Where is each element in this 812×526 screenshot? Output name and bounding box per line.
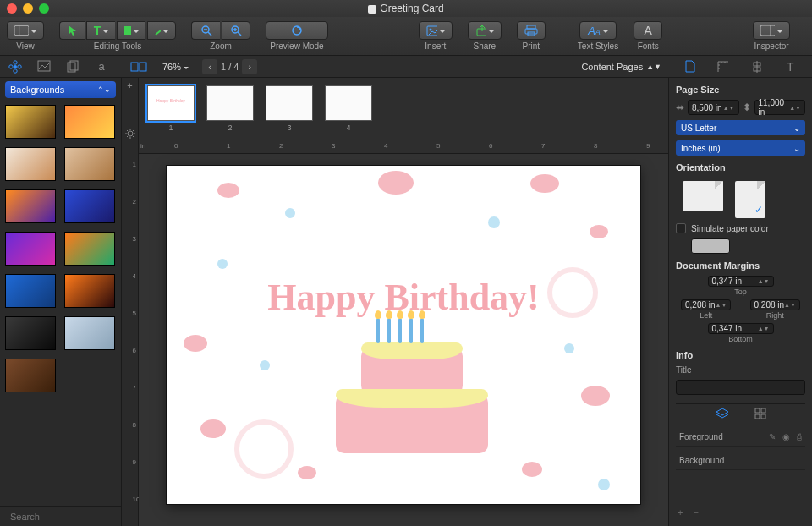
zoom-dropdown[interactable]: 76% (157, 62, 194, 72)
page-thumb[interactable]: 3 (266, 85, 313, 132)
prev-page-button[interactable]: ‹ (202, 59, 217, 74)
document-tab[interactable] (680, 59, 700, 74)
page-height-field[interactable]: 11,000 in▲▼ (754, 100, 806, 115)
text-tool-button[interactable]: T (86, 21, 115, 40)
add-layer-button[interactable]: + (678, 507, 683, 518)
print-layer-icon[interactable]: ⎙ (797, 432, 802, 441)
zoom-out-icon (200, 25, 212, 36)
view-button[interactable] (7, 21, 44, 40)
background-thumb[interactable] (5, 232, 56, 266)
picture-icon (37, 60, 51, 74)
spread-view-button[interactable] (129, 59, 149, 74)
chevron-updown-icon: ⌃⌄ (97, 85, 111, 94)
fonts-button[interactable]: A (634, 21, 662, 40)
layers-grid-tab[interactable] (754, 408, 766, 419)
search-field[interactable] (0, 506, 121, 526)
title-field[interactable] (676, 380, 805, 395)
margin-left-field[interactable]: 0,208 in▲▼ (681, 299, 731, 310)
next-page-button[interactable]: › (242, 59, 257, 74)
text-inspect-tab[interactable]: T (780, 59, 800, 74)
page-thumb[interactable]: 2 (206, 85, 254, 132)
rectangle-icon (124, 26, 131, 35)
simulate-checkbox[interactable] (676, 223, 686, 233)
svg-line-5 (208, 32, 211, 36)
headline-text[interactable]: Happy Birthday! (167, 276, 640, 319)
backgrounds-dropdown[interactable]: Backgrounds ⌃⌄ (5, 81, 116, 98)
canvas-viewport[interactable]: Happy Birthday! (139, 154, 668, 526)
page-width-field[interactable]: 8,500 in▲▼ (688, 100, 739, 115)
background-thumb[interactable] (64, 105, 115, 139)
pages-icon (66, 60, 80, 74)
units-select[interactable]: Inches (in)⌄ (676, 140, 805, 156)
remove-layer-button[interactable]: − (693, 507, 698, 518)
layout-tab[interactable] (713, 59, 733, 74)
ruler-tick: 8 (133, 421, 136, 429)
layer-background-row[interactable]: Background (676, 452, 805, 470)
orientation-heading: Orientation (676, 162, 805, 173)
alignment-tab[interactable] (747, 59, 767, 74)
share-button[interactable] (468, 21, 502, 40)
page-options-button[interactable] (124, 123, 136, 144)
text-styles-group: AA Text Styles (578, 21, 618, 51)
paper-color-swatch[interactable] (691, 238, 730, 254)
margin-top-value: 0,347 in (712, 277, 743, 286)
select-tool-button[interactable] (59, 21, 85, 40)
svg-rect-28 (140, 63, 146, 71)
images-tab[interactable] (34, 59, 54, 74)
files-tab[interactable] (63, 59, 83, 74)
background-thumb[interactable] (5, 316, 56, 350)
background-thumb[interactable] (64, 189, 115, 223)
line-tool-button[interactable] (147, 21, 176, 40)
background-thumb[interactable] (64, 316, 115, 350)
insert-button[interactable] (419, 21, 453, 40)
ruler-tick: 9 (133, 458, 136, 466)
background-thumb[interactable] (64, 274, 115, 308)
orientation-portrait[interactable]: ✓ (735, 181, 765, 218)
text-styles-button[interactable]: AA (579, 21, 617, 40)
document-page[interactable]: Happy Birthday! (167, 166, 640, 504)
text-styles-icon: AA (588, 25, 601, 37)
line-icon (155, 25, 161, 36)
background-thumb[interactable] (64, 147, 115, 181)
margin-top-field[interactable]: 0,347 in▲▼ (708, 276, 774, 287)
page-thumb[interactable]: 4 (325, 85, 372, 132)
margin-top-label: Top (734, 288, 747, 296)
background-thumb[interactable] (5, 105, 56, 139)
margin-bottom-field[interactable]: 0,347 in▲▼ (708, 323, 774, 334)
text-tab[interactable]: a (91, 59, 112, 74)
margin-right-field[interactable]: 0,208 in▲▼ (750, 299, 800, 310)
orientation-landscape[interactable] (683, 181, 723, 211)
background-thumb[interactable] (5, 189, 56, 223)
page-preset-select[interactable]: US Letter⌄ (676, 120, 805, 135)
search-input[interactable] (10, 512, 127, 522)
background-thumb[interactable] (5, 147, 56, 181)
remove-page-button[interactable]: − (122, 93, 138, 108)
secondary-toolbar: a 76% ‹ 1 / 4 › Content Pages▲▼ T (0, 56, 812, 78)
svg-point-20 (14, 60, 17, 63)
shape-tool-button[interactable] (117, 21, 145, 40)
cake-illustration[interactable] (336, 394, 488, 453)
svg-point-23 (18, 64, 21, 68)
pencil-icon[interactable]: ✎ (769, 432, 776, 441)
add-page-button[interactable]: + (122, 78, 138, 93)
layers-stack-tab[interactable] (716, 408, 729, 419)
page-width-value: 8,500 in (692, 103, 722, 112)
text-styles-label: Text Styles (578, 41, 618, 51)
content-pages-dropdown[interactable]: Content Pages▲▼ (581, 62, 661, 72)
page-thumb[interactable]: Happy Birthday1 (147, 85, 195, 132)
zoom-in-button[interactable] (222, 21, 250, 40)
svg-point-34 (128, 131, 133, 136)
shapes-tab[interactable] (5, 59, 25, 74)
background-thumb[interactable] (5, 359, 56, 392)
eye-icon[interactable]: ◉ (782, 432, 790, 441)
inspector-button[interactable] (753, 21, 790, 40)
background-thumb[interactable] (64, 232, 115, 266)
share-icon (475, 25, 486, 36)
preview-mode-button[interactable] (266, 21, 328, 40)
background-thumb[interactable] (5, 274, 56, 308)
layer-foreground-row[interactable]: Foreground ✎ ◉ ⎙ (676, 428, 805, 447)
print-button[interactable] (517, 21, 546, 40)
simulate-paper-row[interactable]: Simulate paper color (676, 223, 805, 233)
content-pages-label: Content Pages (581, 62, 643, 72)
zoom-out-button[interactable] (191, 21, 220, 40)
